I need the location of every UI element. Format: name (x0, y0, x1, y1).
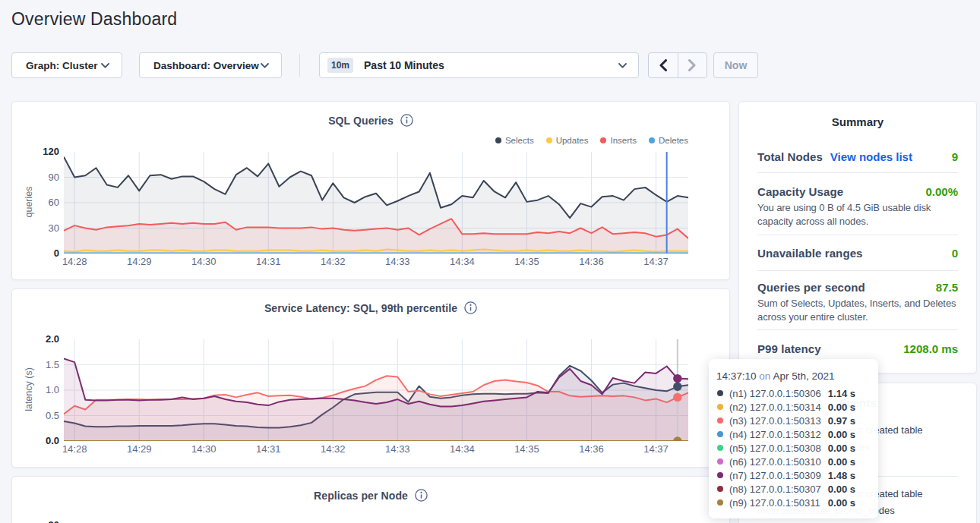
chart-header: Service Latency: SQL, 99th percentile (12, 301, 729, 314)
tooltip-node-label: (n6) 127.0.0.1:50310 (729, 456, 821, 468)
tooltip-node-row: (n1) 127.0.0.1:503061.14 s (716, 386, 855, 400)
chart-plot-area[interactable] (64, 339, 688, 441)
now-button[interactable]: Now (713, 52, 758, 78)
hover-point-dot (673, 383, 681, 391)
chart-canvas (64, 152, 688, 254)
y-axis-unit-label: latency (s) (24, 359, 34, 420)
node-color-dot (717, 431, 723, 437)
chart-hover-tooltip: 14:37:10 on Apr 5th, 2021 (n1) 127.0.0.1… (709, 359, 878, 518)
x-axis-tick-label: 14:30 (181, 443, 226, 455)
toolbar: Graph: Cluster Dashboard: Overview 10m P… (0, 52, 980, 78)
view-nodes-list-link[interactable]: View nodes list (830, 149, 912, 165)
chart-header: Replicas per Node (12, 489, 729, 502)
tooltip-node-label: (n1) 127.0.0.1:50306 (729, 388, 821, 399)
tooltip-node-row: (n6) 127.0.0.1:503100.00 s (716, 455, 855, 468)
x-axis-tick-label: 14:29 (116, 443, 162, 455)
x-axis-tick-label: 14:37 (633, 443, 678, 455)
node-color-dot (717, 486, 723, 492)
node-color-dot (717, 458, 723, 465)
summary-row-value: 0.00% (925, 184, 958, 200)
chart-header: SQL Queries (12, 114, 729, 127)
legend-name: Inserts (610, 136, 637, 145)
chevron-down-icon (261, 63, 269, 68)
tooltip-node-row: (n4) 127.0.0.1:503120.00 s (716, 427, 855, 441)
summary-row-value: 9 (952, 149, 958, 165)
tooltip-node-value: 0.00 s (828, 456, 855, 468)
node-color-dot (717, 472, 723, 478)
x-axis-tick-label: 14:31 (245, 256, 291, 267)
dashboard-dropdown-label: Dashboard: Overview (153, 60, 259, 71)
x-axis-tick-label: 14:34 (439, 443, 485, 455)
tooltip-node-row: (n9) 127.0.0.1:503110.00 s (716, 496, 855, 509)
chevron-right-icon (688, 59, 696, 71)
toolbar-divider (299, 54, 300, 77)
chart-canvas (64, 339, 688, 441)
chart-card-service-latency: Service Latency: SQL, 99th percentile0.0… (11, 288, 730, 468)
y-axis-tick-label: 2.0 (12, 333, 59, 345)
x-axis-tick-label: 14:35 (504, 443, 549, 455)
legend-item[interactable]: Updates (546, 136, 589, 145)
tooltip-node-label: (n3) 127.0.0.1:50313 (729, 415, 821, 427)
next-time-button[interactable] (678, 53, 707, 77)
chevron-down-icon (618, 63, 627, 68)
summary-row-value: 1208.0 ms (903, 341, 958, 357)
summary-row-label: Total Nodes (757, 149, 823, 165)
summary-rows: Total NodesView nodes list9Capacity Usag… (739, 130, 976, 357)
x-axis-tick-label: 14:37 (633, 256, 678, 267)
time-window-badge: 10m (327, 58, 353, 73)
prev-time-button[interactable] (649, 53, 678, 77)
x-axis-tick-label: 14:35 (504, 256, 549, 267)
legend-item[interactable]: Inserts (600, 136, 637, 145)
x-axis-tick-label: 14:31 (245, 443, 291, 455)
y-axis-tick-label: 120 (12, 146, 59, 157)
legend-item[interactable]: Selects (495, 136, 534, 145)
info-icon[interactable] (464, 301, 477, 314)
time-window-dropdown[interactable]: 10m Past 10 Minutes (319, 52, 639, 78)
x-axis-tick-label: 14:32 (310, 443, 356, 455)
x-axis-tick-label: 14:28 (52, 256, 97, 267)
chart-plot-area[interactable] (64, 152, 688, 254)
x-axis-tick-label: 14:30 (181, 256, 226, 267)
x-axis-tick-label: 14:32 (310, 256, 356, 267)
legend-dot (600, 137, 606, 143)
tooltip-node-row: (n5) 127.0.0.1:503080.00 s (716, 441, 855, 455)
summary-row-label: Unavailable ranges (757, 245, 863, 261)
legend-name: Deletes (659, 136, 688, 145)
tooltip-timestamp: 14:37:10 on Apr 5th, 2021 (716, 369, 855, 384)
chart-title: Replicas per Node (314, 490, 408, 502)
summary-row-label: Capacity Usage (757, 184, 843, 200)
tooltip-node-list: (n1) 127.0.0.1:503061.14 s(n2) 127.0.0.1… (716, 386, 855, 509)
chart-title: Service Latency: SQL, 99th percentile (264, 302, 457, 314)
tooltip-node-value: 0.00 s (828, 443, 855, 454)
y-axis-tick-label: 30 (12, 222, 59, 234)
node-color-dot (717, 499, 723, 506)
node-color-dot (717, 417, 723, 424)
x-axis-tick-label: 14:36 (568, 443, 614, 455)
tooltip-node-row: (n2) 127.0.0.1:503140.00 s (716, 400, 855, 414)
hover-point-dot (673, 374, 681, 383)
chart-card-sql-queries: SQL QueriesSelectsUpdatesInsertsDeletes0… (11, 101, 730, 280)
summary-row: P99 latency1208.0 ms (757, 329, 958, 357)
summary-panel: Summary Total NodesView nodes list9Capac… (738, 101, 977, 373)
graph-dropdown[interactable]: Graph: Cluster (11, 52, 122, 78)
legend-name: Selects (505, 136, 534, 145)
dashboard-dropdown[interactable]: Dashboard: Overview (139, 52, 282, 78)
summary-row: Unavailable ranges0 (757, 235, 958, 270)
summary-row-value: 87.5 (936, 279, 958, 295)
tooltip-node-label: (n8) 127.0.0.1:50307 (729, 484, 821, 495)
y-axis-unit-label: queries (24, 172, 34, 232)
node-color-dot (717, 445, 723, 451)
tooltip-node-row: (n8) 127.0.0.1:503070.00 s (716, 482, 855, 496)
legend-dot (546, 137, 552, 143)
graph-dropdown-label: Graph: Cluster (26, 60, 98, 71)
y-axis-tick-label: 90 (12, 172, 59, 183)
legend-name: Updates (556, 136, 589, 145)
legend-dot (495, 137, 501, 143)
summary-row-label: Queries per second (757, 279, 865, 295)
legend-item[interactable]: Deletes (649, 136, 688, 145)
tooltip-node-value: 1.48 s (828, 470, 855, 481)
info-icon[interactable] (400, 114, 413, 127)
chevron-left-icon (659, 59, 667, 71)
x-axis-tick-label: 14:29 (116, 256, 162, 267)
info-icon[interactable] (415, 489, 428, 502)
